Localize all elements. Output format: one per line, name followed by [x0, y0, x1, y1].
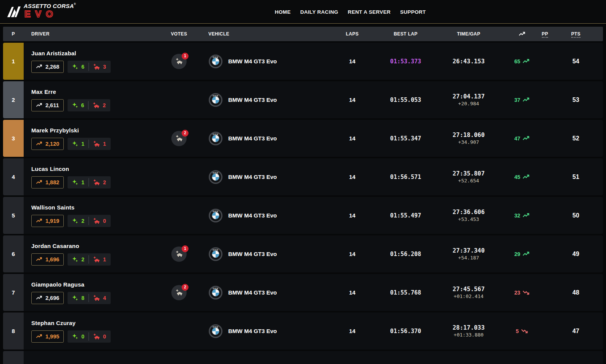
points-value: 53: [564, 97, 603, 103]
nav-home[interactable]: HOME: [275, 9, 291, 15]
driver-name: Wallison Saints: [31, 204, 160, 211]
rating-value: 1,919: [45, 218, 59, 224]
position-trend-value: 32: [514, 213, 521, 219]
table-row[interactable]: 7 Giampaolo Ragusa 2,696: [3, 274, 603, 311]
crash-vote-indicator[interactable]: 1: [171, 54, 187, 69]
driver-cell: Wallison Saints 1,919: [24, 204, 160, 227]
position-trend-value: 45: [514, 174, 521, 180]
position-trend-value: 29: [514, 251, 521, 257]
trending-up-icon: [522, 212, 530, 219]
position-badge: 9: [3, 351, 24, 364]
laps-value: 14: [327, 328, 377, 334]
laps-value: 14: [327, 135, 377, 142]
trending-up-icon: [36, 295, 42, 301]
header-pts[interactable]: PTS: [564, 31, 603, 37]
driver-cell: Juan Aristizabal 2,268: [24, 50, 160, 73]
nav-support[interactable]: SUPPORT: [400, 9, 426, 15]
nav-daily-racing[interactable]: DAILY RACING: [300, 9, 338, 15]
table-row[interactable]: 5 Wallison Saints 1,919: [3, 197, 603, 234]
table-row[interactable]: 2 Max Erre 2,611: [3, 81, 603, 118]
crash-count: 2: [103, 102, 106, 108]
trending-up-icon: [36, 179, 42, 185]
total-time: 27:45.567: [453, 286, 485, 293]
trending-up-icon: [36, 140, 42, 147]
divider: [89, 294, 89, 302]
time-gap-cell: 26:43.153: [434, 58, 503, 65]
bmw-logo: BMW: [208, 208, 223, 223]
best-lap-value: 01:55.347: [377, 135, 434, 142]
table-row[interactable]: 6 Jordan Casarano 1,696: [3, 235, 603, 272]
brand-logo[interactable]: ASSETTO CORSA® EVO: [6, 3, 76, 21]
crash-vote-indicator[interactable]: 1: [171, 246, 187, 262]
points-value: 52: [564, 135, 603, 142]
table-row[interactable]: 3 Marek Przybylski 2,120: [3, 120, 603, 157]
laps-value: 14: [327, 58, 377, 64]
divider: [89, 178, 89, 187]
driver-badges: 2,696 8: [31, 292, 160, 304]
rating-badge: 1,919: [31, 215, 64, 227]
driver-name: Stephan Czuray: [31, 320, 160, 326]
total-time: 26:43.153: [453, 58, 485, 65]
position-badge: 3: [3, 120, 24, 157]
nav-rent-a-server[interactable]: RENT A SERVER: [348, 9, 390, 15]
session-stats-badge: 8 4: [68, 292, 111, 304]
vehicle-name: BMW M4 GT3 Evo: [228, 251, 277, 257]
trend-cell: 29: [503, 250, 541, 258]
trend-cell: 65: [503, 58, 541, 65]
position-badge: 8: [3, 312, 24, 350]
position-trend-value: 47: [514, 135, 521, 142]
gap-to-leader: +01:02.414: [454, 293, 484, 299]
total-time: 27:18.060: [453, 132, 485, 139]
brand-title: ASSETTO CORSA®: [24, 3, 76, 9]
best-lap-value: 01:56.370: [377, 328, 434, 335]
table-row[interactable]: 9: [3, 351, 603, 364]
crash-icon: [93, 140, 100, 147]
crash-vote-indicator[interactable]: 2: [171, 285, 187, 300]
votes-count-badge: 2: [182, 130, 189, 137]
total-time: 27:04.137: [453, 93, 485, 100]
points-value: 54: [564, 58, 603, 65]
driver-badges: 2,120 1: [31, 138, 160, 150]
vehicle-name: BMW M4 GT3 Evo: [228, 135, 277, 142]
rating-badge: 2,268: [31, 61, 64, 73]
gap-to-leader: +52.654: [458, 178, 479, 184]
driver-name: Jordan Casarano: [31, 243, 160, 249]
driver-cell: Giampaolo Ragusa 2,696: [24, 281, 160, 304]
crash-icon: [176, 250, 183, 258]
sparkle-count: 0: [81, 333, 84, 340]
sparkle-icon: [72, 64, 78, 70]
table-header-row: P DRIVER VOTES VEHICLE LAPS BEST LAP TIM…: [3, 27, 603, 41]
total-time: 27:37.340: [453, 247, 485, 254]
table-row[interactable]: 8 Stephan Czuray 1,995: [3, 312, 603, 350]
best-lap-value: 01:55.497: [377, 212, 434, 219]
position-number: 5: [12, 212, 15, 219]
divider: [89, 140, 89, 148]
table-row[interactable]: 4 Lucas Lincon 1,882: [3, 158, 603, 195]
crash-count: 0: [103, 218, 106, 224]
trending-up-icon: [36, 217, 42, 224]
header-pp[interactable]: PP: [541, 31, 564, 37]
position-badge: 2: [3, 81, 24, 118]
trend-cell: 47: [503, 135, 541, 142]
divider: [89, 332, 89, 341]
crash-count: 0: [103, 333, 106, 340]
position-number: 7: [12, 289, 15, 296]
best-lap-value: 01:53.373: [377, 58, 434, 65]
trend-cell: 45: [503, 173, 541, 180]
best-lap-value: 01:56.208: [377, 251, 434, 258]
table-row[interactable]: 1 Juan Aristizabal 2,268: [3, 43, 603, 80]
svg-text:EVO: EVO: [24, 9, 58, 19]
sparkle-count: 2: [81, 256, 84, 263]
crash-icon: [93, 217, 100, 224]
trending-up-icon: [522, 173, 530, 180]
driver-badges: 1,995 0: [31, 330, 160, 343]
bmw-logo: BMW: [208, 285, 223, 300]
crash-vote-indicator[interactable]: 2: [171, 131, 187, 146]
driver-name: Giampaolo Ragusa: [31, 281, 160, 288]
crash-count: 3: [103, 64, 106, 70]
crash-count: 2: [103, 179, 106, 185]
position-badge: 5: [3, 197, 24, 234]
votes-count-badge: 2: [182, 284, 189, 291]
gap-to-leader: +34.907: [458, 139, 479, 145]
session-stats-badge: 1 2: [68, 176, 111, 188]
